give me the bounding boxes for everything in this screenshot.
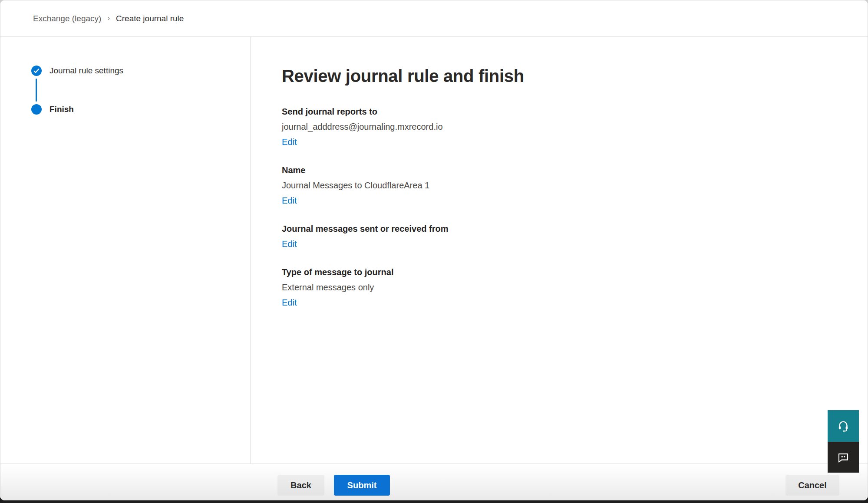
review-section-journal-messages-scope: Journal messages sent or received from E…: [282, 223, 716, 250]
section-value: Journal Messages to CloudflareArea 1: [282, 180, 716, 191]
page-title: Review journal rule and finish: [282, 66, 716, 86]
review-panel: Review journal rule and finish Send jour…: [282, 66, 716, 325]
breadcrumb-exchange-legacy-link[interactable]: Exchange (legacy): [33, 14, 101, 23]
edit-name-link[interactable]: Edit: [282, 195, 297, 206]
section-label: Send journal reports to: [282, 106, 716, 117]
submit-button[interactable]: Submit: [334, 475, 390, 496]
headset-icon: [837, 420, 850, 433]
step-connector-line: [36, 79, 37, 102]
cancel-button[interactable]: Cancel: [785, 475, 839, 496]
review-section-message-type: Type of message to journal External mess…: [282, 266, 716, 308]
review-section-name: Name Journal Messages to CloudflareArea …: [282, 164, 716, 206]
edit-journal-messages-scope-link[interactable]: Edit: [282, 238, 297, 250]
app-window: Exchange (legacy) › Create journal rule …: [0, 0, 868, 500]
chat-icon: [837, 451, 850, 464]
section-value: journal_adddress@journaling.mxrecord.io: [282, 121, 716, 132]
section-label: Type of message to journal: [282, 266, 716, 278]
wizard-step-rail: Journal rule settings Finish: [0, 37, 251, 464]
feedback-button[interactable]: [828, 442, 859, 473]
section-label: Journal messages sent or received from: [282, 223, 716, 234]
edit-send-journal-reports-link[interactable]: Edit: [282, 136, 297, 148]
breadcrumb: Exchange (legacy) › Create journal rule: [0, 0, 868, 37]
wizard-step-finish[interactable]: Finish: [31, 104, 74, 115]
breadcrumb-current-page: Create journal rule: [116, 14, 184, 23]
section-label: Name: [282, 164, 716, 176]
footer-action-bar: Back Submit Cancel: [0, 464, 868, 500]
review-section-send-journal-reports-to: Send journal reports to journal_adddress…: [282, 106, 716, 148]
back-button[interactable]: Back: [277, 475, 324, 496]
section-value: External messages only: [282, 282, 716, 293]
edit-message-type-link[interactable]: Edit: [282, 297, 297, 308]
wizard-step-label: Journal rule settings: [50, 66, 123, 76]
wizard-step-label: Finish: [50, 105, 74, 114]
step-current-dot-icon: [31, 104, 42, 115]
wizard-step-journal-rule-settings[interactable]: Journal rule settings: [31, 66, 123, 76]
step-completed-check-icon: [31, 66, 42, 76]
help-button[interactable]: [828, 410, 859, 442]
chevron-right-icon: ›: [107, 14, 110, 23]
